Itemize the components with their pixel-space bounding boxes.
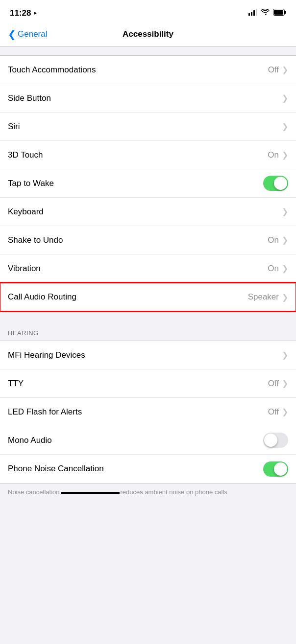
siri-row[interactable]: Siri ❯ bbox=[0, 113, 296, 141]
touch-accommodations-row[interactable]: Touch Accommodations Off ❯ bbox=[0, 56, 296, 84]
svg-rect-5 bbox=[285, 11, 286, 14]
svg-rect-0 bbox=[248, 13, 250, 16]
page-title: Accessibility bbox=[123, 29, 173, 39]
hearing-settings-group: MFi Hearing Devices ❯ TTY Off ❯ LED Flas… bbox=[0, 341, 296, 483]
tap-to-wake-toggle[interactable] bbox=[263, 176, 288, 191]
chevron-right-icon: ❯ bbox=[282, 122, 288, 131]
3d-touch-row[interactable]: 3D Touch On ❯ bbox=[0, 141, 296, 169]
chevron-right-icon: ❯ bbox=[282, 65, 288, 74]
chevron-right-icon: ❯ bbox=[282, 293, 288, 302]
svg-rect-6 bbox=[274, 10, 283, 15]
3d-touch-label: 3D Touch bbox=[8, 150, 268, 160]
led-flash-alerts-row[interactable]: LED Flash for Alerts Off ❯ bbox=[0, 398, 296, 426]
status-icons bbox=[248, 9, 286, 18]
led-flash-alerts-value: Off bbox=[268, 407, 279, 417]
signal-icon bbox=[248, 9, 257, 18]
chevron-right-icon: ❯ bbox=[282, 235, 288, 245]
shake-to-undo-row[interactable]: Shake to Undo On ❯ bbox=[0, 226, 296, 254]
keyboard-row[interactable]: Keyboard ❯ bbox=[0, 198, 296, 226]
hearing-section-header: HEARING bbox=[0, 321, 296, 341]
vibration-label: Vibration bbox=[8, 264, 268, 274]
back-button[interactable]: ❮ General bbox=[8, 29, 47, 39]
svg-rect-2 bbox=[253, 10, 255, 16]
phone-noise-cancellation-toggle[interactable] bbox=[263, 461, 288, 477]
chevron-right-icon: ❯ bbox=[282, 150, 288, 160]
led-flash-alerts-label: LED Flash for Alerts bbox=[8, 407, 268, 417]
footer-text: Noise cancellationreduces ambient noise … bbox=[0, 483, 296, 501]
chevron-right-icon: ❯ bbox=[282, 207, 288, 216]
touch-accommodations-label: Touch Accommodations bbox=[8, 65, 268, 75]
back-label: General bbox=[18, 29, 47, 39]
footer-description: Noise cancellationreduces ambient noise … bbox=[8, 488, 227, 496]
location-icon: ‣ bbox=[33, 10, 37, 17]
chevron-right-icon: ❯ bbox=[282, 264, 288, 273]
call-audio-routing-label: Call Audio Routing bbox=[8, 292, 248, 302]
side-button-row[interactable]: Side Button ❯ bbox=[0, 84, 296, 113]
side-button-label: Side Button bbox=[8, 93, 282, 103]
chevron-right-icon: ❯ bbox=[282, 93, 288, 103]
tty-value: Off bbox=[268, 379, 279, 389]
call-audio-routing-value: Speaker bbox=[248, 292, 279, 302]
phone-noise-cancellation-label: Phone Noise Cancellation bbox=[8, 464, 263, 474]
keyboard-label: Keyboard bbox=[8, 207, 282, 217]
shake-to-undo-label: Shake to Undo bbox=[8, 235, 268, 245]
svg-rect-3 bbox=[256, 9, 257, 16]
chevron-right-icon: ❯ bbox=[282, 407, 288, 416]
mono-audio-row[interactable]: Mono Audio bbox=[0, 426, 296, 455]
shake-to-undo-value: On bbox=[268, 235, 279, 245]
back-chevron-icon: ❮ bbox=[8, 29, 16, 39]
chevron-right-icon: ❯ bbox=[282, 350, 288, 360]
tap-to-wake-row[interactable]: Tap to Wake bbox=[0, 169, 296, 198]
mfi-hearing-devices-label: MFi Hearing Devices bbox=[8, 350, 282, 360]
tap-to-wake-label: Tap to Wake bbox=[8, 179, 263, 188]
siri-label: Siri bbox=[8, 122, 282, 132]
time-display: 11:28 bbox=[10, 8, 31, 18]
wifi-icon bbox=[261, 9, 270, 18]
mono-audio-toggle[interactable] bbox=[263, 433, 288, 448]
status-time: 11:28 ‣ bbox=[10, 8, 37, 18]
call-audio-routing-row[interactable]: Call Audio Routing Speaker ❯ bbox=[0, 283, 296, 311]
tty-label: TTY bbox=[8, 379, 268, 389]
nav-bar: ❮ General Accessibility bbox=[0, 24, 296, 46]
vibration-value: On bbox=[268, 264, 279, 274]
phone-noise-cancellation-row[interactable]: Phone Noise Cancellation bbox=[0, 455, 296, 483]
tty-row[interactable]: TTY Off ❯ bbox=[0, 369, 296, 398]
mono-audio-label: Mono Audio bbox=[8, 436, 263, 445]
status-bar: 11:28 ‣ bbox=[0, 0, 296, 24]
chevron-right-icon: ❯ bbox=[282, 379, 288, 388]
svg-rect-1 bbox=[251, 12, 252, 16]
mfi-hearing-devices-row[interactable]: MFi Hearing Devices ❯ bbox=[0, 341, 296, 369]
3d-touch-value: On bbox=[268, 150, 279, 160]
battery-icon bbox=[273, 9, 286, 18]
vibration-row[interactable]: Vibration On ❯ bbox=[0, 254, 296, 283]
touch-accommodations-value: Off bbox=[268, 65, 279, 75]
interaction-settings-group: Touch Accommodations Off ❯ Side Button ❯… bbox=[0, 55, 296, 312]
